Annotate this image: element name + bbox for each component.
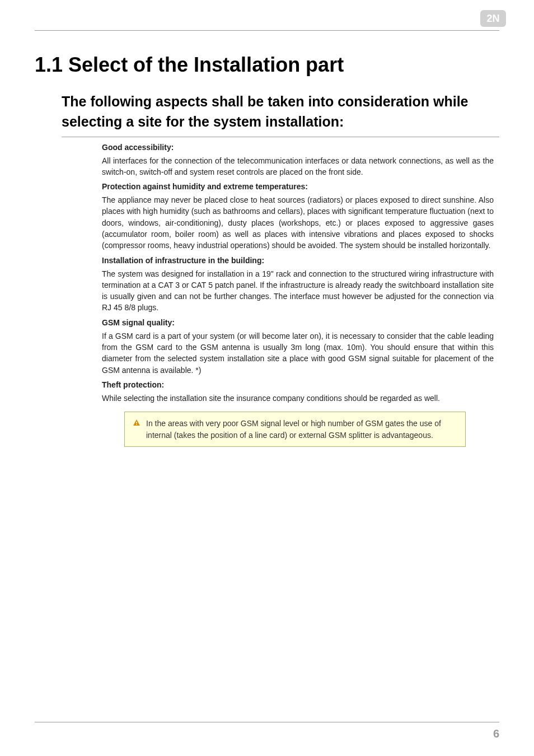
svg-rect-3 <box>136 424 137 425</box>
heading-gsm: GSM signal quality: <box>102 318 494 327</box>
svg-text:2N: 2N <box>486 13 499 24</box>
heading-humidity: Protection against humidity and extreme … <box>102 182 494 191</box>
content-block: Good accessibility: All interfaces for t… <box>102 143 494 404</box>
svg-rect-2 <box>136 422 137 423</box>
warning-callout-text: In the areas with very poor GSM signal l… <box>146 418 457 441</box>
page-number: 6 <box>493 727 499 740</box>
brand-logo-icon: 2N <box>480 10 506 27</box>
heading-infrastructure: Installation of infrastructure in the bu… <box>102 256 494 265</box>
header-divider <box>35 30 499 31</box>
page-title: 1.1 Select of the Installation part <box>35 53 499 77</box>
warning-callout: In the areas with very poor GSM signal l… <box>124 412 466 447</box>
heading-theft: Theft protection: <box>102 380 494 389</box>
body-humidity: The appliance may never be placed close … <box>102 194 494 251</box>
body-theft: While selecting the installation site th… <box>102 393 494 404</box>
page-container: 2N 1.1 Select of the Installation part T… <box>0 0 534 756</box>
body-infrastructure: The system was designed for installation… <box>102 268 494 314</box>
body-gsm: If a GSM card is a part of your system (… <box>102 330 494 376</box>
heading-accessibility: Good accessibility: <box>102 143 494 152</box>
warning-icon <box>133 419 140 429</box>
section-subtitle: The following aspects shall be taken int… <box>62 91 499 137</box>
body-accessibility: All interfaces for the connection of the… <box>102 155 494 178</box>
footer-divider <box>35 722 499 722</box>
